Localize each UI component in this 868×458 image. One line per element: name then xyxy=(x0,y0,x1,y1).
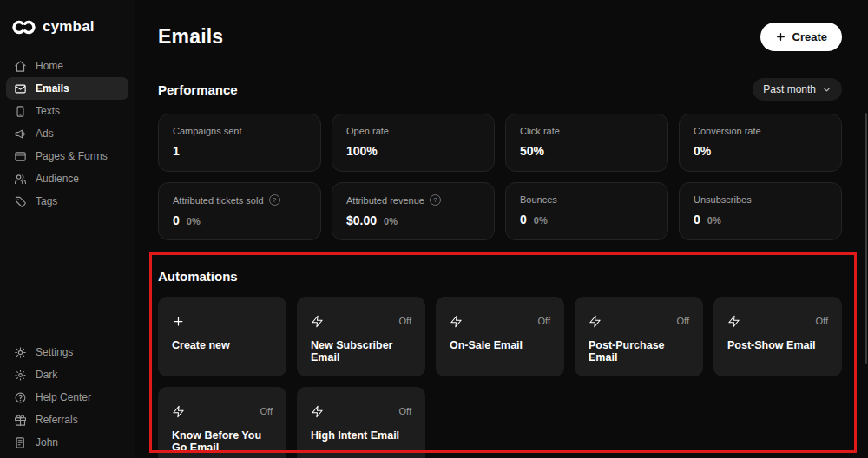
automation-status: Off xyxy=(816,316,828,326)
sidebar-item-dark[interactable]: Dark xyxy=(6,363,128,386)
brightness-icon xyxy=(14,369,27,382)
bolt-icon xyxy=(727,315,740,328)
automation-card-on-sale-email[interactable]: Off On-Sale Email xyxy=(436,297,564,376)
metric-label: Attributed tickets sold xyxy=(173,195,264,206)
create-button-label: Create xyxy=(792,30,827,43)
automation-status: Off xyxy=(399,406,411,416)
megaphone-icon xyxy=(14,128,27,141)
metric-secondary-value: 0% xyxy=(707,215,721,226)
metric-label: Conversion rate xyxy=(694,126,761,136)
create-automation-card[interactable]: Create new xyxy=(158,297,286,376)
automation-title: High Intent Email xyxy=(311,429,411,442)
phone-icon xyxy=(14,105,27,118)
help-icon xyxy=(14,391,27,404)
window-icon xyxy=(14,150,27,163)
performance-card-campaigns-sent[interactable]: Campaigns sent 1 xyxy=(158,114,321,172)
performance-grid: Campaigns sent 1 Open rate 100% Click ra… xyxy=(158,114,842,240)
mail-icon xyxy=(14,82,27,95)
gear-icon xyxy=(14,346,27,359)
sidebar-item-help-center[interactable]: Help Center xyxy=(6,386,128,409)
sidebar-item-label: Ads xyxy=(36,128,54,140)
date-range-dropdown[interactable]: Past month xyxy=(753,78,842,101)
metric-label: Click rate xyxy=(520,126,560,136)
automation-status: Off xyxy=(677,316,689,326)
metric-value: 0 xyxy=(173,213,180,227)
automations-section: Automations Create new Off New Subscribe… xyxy=(158,269,842,458)
metric-label: Campaigns sent xyxy=(173,126,242,136)
sidebar-item-label: Help Center xyxy=(36,391,91,403)
chevron-down-icon xyxy=(822,85,832,95)
metric-value: 0% xyxy=(694,144,711,158)
sidebar-nav: Home Emails Texts Ads Pages & Forms Audi… xyxy=(0,49,135,213)
metric-label: Open rate xyxy=(346,126,389,136)
automation-title: Know Before You Go Email xyxy=(172,429,273,454)
automation-card-high-intent-email[interactable]: Off High Intent Email xyxy=(297,387,425,458)
performance-card-unsubscribes[interactable]: Unsubscribes 0 0% xyxy=(679,182,842,240)
sidebar-footer-nav: Settings Dark Help Center Referrals John xyxy=(0,341,135,458)
help-circle-icon[interactable]: ? xyxy=(269,194,280,206)
automation-status: Off xyxy=(260,406,273,416)
metric-value: $0.00 xyxy=(346,213,377,227)
plus-icon xyxy=(775,31,786,43)
performance-header: Performance Past month xyxy=(158,78,842,101)
scrollbar-thumb[interactable] xyxy=(865,113,867,364)
metric-label: Unsubscribes xyxy=(694,194,752,205)
audience-icon xyxy=(14,173,27,186)
main-content: Emails Create Performance Past month Cam… xyxy=(135,0,868,458)
help-circle-icon[interactable]: ? xyxy=(430,194,441,206)
automation-card-new-subscriber-email[interactable]: Off New Subscriber Email xyxy=(297,297,425,376)
metric-secondary-value: 0% xyxy=(534,215,548,226)
metric-label: Bounces xyxy=(520,194,557,205)
sidebar-item-label: Tags xyxy=(36,195,57,207)
brand-name: cymbal xyxy=(43,18,95,36)
performance-card-bounces[interactable]: Bounces 0 0% xyxy=(505,182,668,240)
automation-card-know-before-you-go-email[interactable]: Off Know Before You Go Email xyxy=(158,387,286,458)
brand-logo[interactable]: cymbal xyxy=(0,0,135,49)
sidebar-item-label: Texts xyxy=(36,105,60,117)
automations-grid: Create new Off New Subscriber Email Off … xyxy=(158,297,842,458)
automation-card-post-purchase-email[interactable]: Off Post-Purchase Email xyxy=(575,297,703,376)
home-icon xyxy=(14,60,27,73)
sidebar-item-label: Dark xyxy=(36,369,57,381)
automation-status: Off xyxy=(399,316,411,326)
performance-card-click-rate[interactable]: Click rate 50% xyxy=(505,114,668,172)
sidebar-item-ads[interactable]: Ads xyxy=(6,122,128,145)
ticket-icon xyxy=(14,436,27,449)
sidebar-item-texts[interactable]: Texts xyxy=(6,100,128,122)
automation-title: New Subscriber Email xyxy=(311,339,411,363)
automation-status: Off xyxy=(538,316,550,326)
sidebar-item-john[interactable]: John xyxy=(6,431,128,454)
metric-value: 1 xyxy=(173,144,180,158)
metric-value: 0 xyxy=(520,213,527,226)
sidebar-item-label: Audience xyxy=(36,173,79,185)
bolt-icon xyxy=(311,405,324,418)
automation-title: Post-Show Email xyxy=(727,339,828,351)
metric-value: 100% xyxy=(346,144,378,158)
sidebar-item-label: Emails xyxy=(36,82,69,95)
sidebar-item-label: Pages & Forms xyxy=(36,150,108,162)
metric-label: Attributed revenue xyxy=(346,195,424,206)
create-button[interactable]: Create xyxy=(760,23,842,51)
sidebar-item-pages-forms[interactable]: Pages & Forms xyxy=(6,145,128,167)
sidebar-item-emails[interactable]: Emails xyxy=(6,77,128,100)
sidebar-item-label: Home xyxy=(36,60,63,72)
bolt-icon xyxy=(311,315,324,328)
metric-secondary-value: 0% xyxy=(187,216,201,226)
performance-card-conversion-rate[interactable]: Conversion rate 0% xyxy=(679,114,842,172)
sidebar-item-tags[interactable]: Tags xyxy=(6,190,128,213)
plus-icon xyxy=(172,315,185,328)
sidebar-item-referrals[interactable]: Referrals xyxy=(6,409,128,431)
automation-card-post-show-email[interactable]: Off Post-Show Email xyxy=(713,297,842,376)
sidebar-item-settings[interactable]: Settings xyxy=(6,341,128,363)
sidebar-item-label: Settings xyxy=(36,346,73,358)
metric-secondary-value: 0% xyxy=(384,216,398,226)
cymbal-logo-icon xyxy=(12,20,36,35)
page-header: Emails Create xyxy=(158,23,842,51)
sidebar-item-audience[interactable]: Audience xyxy=(6,167,128,190)
sidebar-item-home[interactable]: Home xyxy=(6,55,128,77)
automations-title: Automations xyxy=(158,269,842,284)
performance-card-attributed-tickets-sold[interactable]: Attributed tickets sold ? 0 0% xyxy=(158,182,321,240)
performance-title: Performance xyxy=(158,82,238,97)
performance-card-attributed-revenue[interactable]: Attributed revenue ? $0.00 0% xyxy=(332,182,495,240)
performance-card-open-rate[interactable]: Open rate 100% xyxy=(332,114,495,172)
